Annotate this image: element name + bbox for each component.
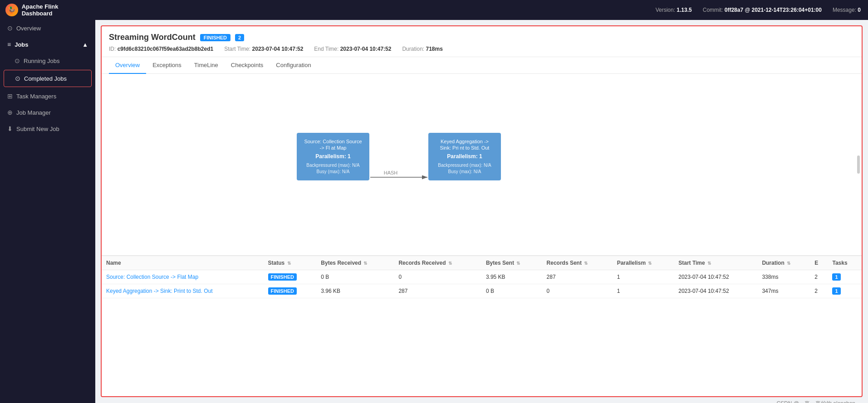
col-parallelism: Parallelism ⇅: [613, 256, 674, 270]
row-records-sent: 0: [542, 284, 613, 298]
table-row: Keyed Aggregation -> Sink: Print to Std.…: [102, 284, 862, 298]
completed-jobs-icon: ⊙: [15, 75, 20, 82]
sidebar-task-managers-label: Task Managers: [16, 93, 56, 100]
overview-icon: ⊙: [7, 24, 13, 32]
running-jobs-icon: ⊙: [15, 57, 20, 64]
row-tasks: 1: [828, 270, 862, 284]
sidebar-item-running-jobs[interactable]: ⊙ Running Jobs: [0, 53, 95, 69]
col-name: Name: [102, 256, 264, 270]
tab-exceptions[interactable]: Exceptions: [146, 57, 188, 74]
row-start-time: 2023-07-04 10:47:52: [674, 284, 757, 298]
commit-value: 0ff28a7 @ 2021-12-14T23:26:04+01:00: [725, 7, 822, 13]
logo-area: 🦆 Apache Flink Dashboard: [0, 0, 95, 20]
col-e: E: [810, 256, 828, 270]
version-value: 1.13.5: [677, 7, 691, 13]
job-manager-icon: ⊕: [7, 109, 13, 116]
node-sink-detail2: Busy (max): N/A: [435, 169, 495, 175]
row-bytes-sent: 3.95 KB: [481, 270, 542, 284]
graph-area: Source: Collection Source -> Fl at Map P…: [102, 74, 862, 255]
row-bytes-sent: 0 B: [481, 284, 542, 298]
table-area: Name Status ⇅ Bytes Received ⇅ Records R…: [102, 255, 862, 298]
sidebar-item-jobs[interactable]: ≡ Jobs ▲: [0, 36, 95, 53]
col-bytes-sent: Bytes Sent ⇅: [481, 256, 542, 270]
row-status: FINISHED: [264, 270, 317, 284]
job-end-label: End Time: 2023-07-04 10:47:52: [314, 46, 391, 52]
svg-text:HASH: HASH: [384, 170, 398, 175]
job-id-value: c9fd6c83210c067f59ea63ad2b8b2ed1: [118, 46, 214, 52]
top-meta: Version: 1.13.5 Commit: 0ff28a7 @ 2021-1…: [656, 7, 861, 13]
sidebar-item-overview[interactable]: ⊙ Overview: [0, 20, 95, 36]
bottom-credit: CSDN @一赢一赢的饮 alanchan: [101, 397, 863, 403]
top-bar: 🦆 Apache Flink Dashboard Version: 1.13.5…: [0, 0, 868, 20]
tab-overview[interactable]: Overview: [109, 57, 146, 74]
job-header: Streaming WordCount FINISHED 2 ID: c9fd6…: [102, 26, 862, 57]
sidebar-job-manager-label: Job Manager: [16, 109, 51, 116]
row-records-received: 287: [394, 284, 481, 298]
sidebar-item-task-managers[interactable]: ⊞ Task Managers: [0, 88, 95, 104]
sidebar-item-job-manager[interactable]: ⊕ Job Manager: [0, 104, 95, 121]
scroll-handle[interactable]: [857, 155, 860, 174]
row-status: FINISHED: [264, 284, 317, 298]
col-records-received: Records Received ⇅: [394, 256, 481, 270]
job-meta: ID: c9fd6c83210c067f59ea63ad2b8b2ed1 Sta…: [109, 46, 854, 52]
sidebar-item-label: Overview: [16, 25, 41, 32]
message-value: 0: [858, 7, 861, 13]
node-sink[interactable]: Keyed Aggregation -> Sink: Pri nt to Std…: [428, 133, 501, 180]
row-bytes-received: 3.96 KB: [316, 284, 394, 298]
row-name[interactable]: Source: Collection Source -> Flat Map: [102, 270, 264, 284]
row-duration: 347ms: [757, 284, 810, 298]
jobs-icon: ≡: [7, 41, 11, 48]
job-panel: Streaming WordCount FINISHED 2 ID: c9fd6…: [101, 25, 863, 397]
table-header-row: Name Status ⇅ Bytes Received ⇅ Records R…: [102, 256, 862, 270]
status-badge: FINISHED: [200, 34, 230, 41]
sidebar-jobs-label: Jobs: [15, 41, 28, 48]
message-label: Message: 0: [833, 7, 861, 13]
col-start-time: Start Time ⇅: [674, 256, 757, 270]
sidebar-item-completed-jobs[interactable]: ⊙ Completed Jobs: [4, 70, 92, 87]
row-name[interactable]: Keyed Aggregation -> Sink: Print to Std.…: [102, 284, 264, 298]
submit-job-icon: ⬇: [7, 125, 13, 132]
node-source[interactable]: Source: Collection Source -> Fl at Map P…: [297, 133, 369, 180]
job-title-row: Streaming WordCount FINISHED 2: [109, 33, 854, 42]
job-id-label: ID: c9fd6c83210c067f59ea63ad2b8b2ed1: [109, 46, 213, 52]
row-bytes-received: 0 B: [316, 270, 394, 284]
job-end-value: 2023-07-04 10:47:52: [340, 46, 392, 52]
main-layout: ⊙ Overview ≡ Jobs ▲ ⊙ Running Jobs ⊙ Com…: [0, 20, 868, 403]
row-e: 2: [810, 284, 828, 298]
node-source-detail1: Backpressured (max): N/A: [303, 162, 363, 169]
node-sink-detail1: Backpressured (max): N/A: [435, 162, 495, 169]
job-title: Streaming WordCount: [109, 33, 196, 42]
row-e: 2: [810, 270, 828, 284]
node-sink-parallelism: Parallelism: 1: [435, 153, 495, 160]
tab-timeline[interactable]: TimeLine: [188, 57, 225, 74]
tab-checkpoints[interactable]: Checkpoints: [225, 57, 270, 74]
node-source-parallelism: Parallelism: 1: [303, 153, 363, 160]
jobs-table: Name Status ⇅ Bytes Received ⇅ Records R…: [102, 256, 862, 298]
sidebar: ⊙ Overview ≡ Jobs ▲ ⊙ Running Jobs ⊙ Com…: [0, 20, 95, 403]
node-sink-title: Keyed Aggregation -> Sink: Pri nt to Std…: [435, 138, 495, 151]
content-area: Streaming WordCount FINISHED 2 ID: c9fd6…: [95, 20, 868, 403]
job-duration-label: Duration: 718ms: [402, 46, 442, 52]
sidebar-item-submit-new-job[interactable]: ⬇ Submit New Job: [0, 121, 95, 137]
version-label: Version: 1.13.5: [656, 7, 692, 13]
node-source-title: Source: Collection Source -> Fl at Map: [303, 138, 363, 151]
job-start-value: 2023-07-04 10:47:52: [252, 46, 304, 52]
app-title: Apache Flink Dashboard: [22, 3, 90, 17]
col-duration: Duration ⇅: [757, 256, 810, 270]
job-badge-number: 2: [235, 34, 244, 41]
row-duration: 338ms: [757, 270, 810, 284]
sidebar-running-jobs-label: Running Jobs: [24, 58, 60, 64]
flink-logo-icon: 🦆: [5, 4, 18, 16]
tab-configuration[interactable]: Configuration: [270, 57, 317, 74]
sidebar-completed-jobs-label: Completed Jobs: [24, 75, 67, 82]
row-start-time: 2023-07-04 10:47:52: [674, 270, 757, 284]
col-status: Status ⇅: [264, 256, 317, 270]
task-managers-icon: ⊞: [7, 92, 13, 100]
table-row: Source: Collection Source -> Flat Map FI…: [102, 270, 862, 284]
commit-label: Commit: 0ff28a7 @ 2021-12-14T23:26:04+01…: [703, 7, 822, 13]
col-records-sent: Records Sent ⇅: [542, 256, 613, 270]
row-parallelism: 1: [613, 270, 674, 284]
col-bytes-received: Bytes Received ⇅: [316, 256, 394, 270]
tabs-bar: Overview Exceptions TimeLine Checkpoints…: [102, 57, 862, 74]
chevron-up-icon: ▲: [82, 41, 88, 48]
